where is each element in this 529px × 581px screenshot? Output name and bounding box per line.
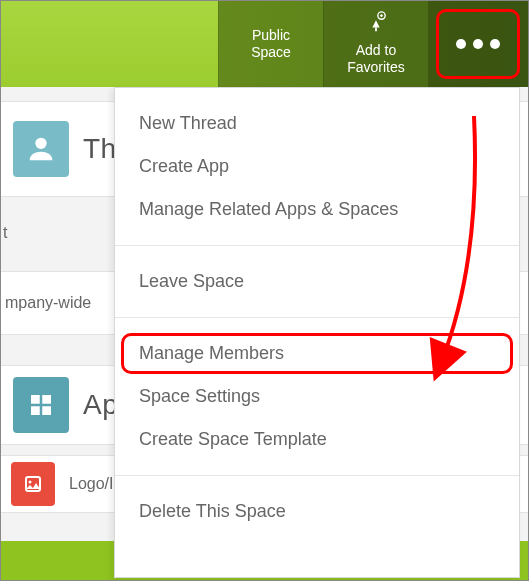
content-area: Thr t mpany-wide Ap Logo/Im New Thread C… bbox=[1, 87, 528, 580]
menu-group-manage: Manage Members Space Settings Create Spa… bbox=[115, 318, 519, 476]
menu-group-delete: Delete This Space bbox=[115, 476, 519, 547]
svg-rect-2 bbox=[31, 395, 40, 404]
menu-item-label: Manage Members bbox=[139, 343, 284, 363]
menu-item-space-settings[interactable]: Space Settings bbox=[115, 375, 519, 418]
apps-title: Ap bbox=[83, 389, 118, 421]
pin-plus-icon bbox=[365, 11, 387, 38]
thread-thumb-icon bbox=[13, 121, 69, 177]
menu-item-label: Space Settings bbox=[139, 386, 260, 406]
ellipsis-icon bbox=[456, 39, 500, 49]
menu-item-delete-space[interactable]: Delete This Space bbox=[115, 490, 519, 533]
menu-group-create: New Thread Create App Manage Related App… bbox=[115, 88, 519, 246]
add-favorites-label: Add to Favorites bbox=[347, 42, 405, 77]
more-options-button[interactable] bbox=[428, 1, 528, 87]
menu-item-label: Create Space Template bbox=[139, 429, 327, 449]
svg-rect-5 bbox=[42, 406, 51, 415]
menu-item-manage-related[interactable]: Manage Related Apps & Spaces bbox=[115, 188, 519, 231]
menu-item-label: Create App bbox=[139, 156, 229, 176]
menu-item-label: Manage Related Apps & Spaces bbox=[139, 199, 398, 219]
svg-point-7 bbox=[29, 481, 32, 484]
svg-point-1 bbox=[35, 138, 46, 149]
menu-item-manage-members[interactable]: Manage Members bbox=[115, 332, 519, 375]
menu-item-label: New Thread bbox=[139, 113, 237, 133]
add-favorites-button[interactable]: Add to Favorites bbox=[323, 1, 428, 87]
menu-item-label: Leave Space bbox=[139, 271, 244, 291]
topbar-spacer bbox=[1, 1, 218, 87]
logo-thumb-icon bbox=[11, 462, 55, 506]
menu-item-new-thread[interactable]: New Thread bbox=[115, 102, 519, 145]
menu-item-leave-space[interactable]: Leave Space bbox=[115, 260, 519, 303]
menu-item-label: Delete This Space bbox=[139, 501, 286, 521]
space-options-menu: New Thread Create App Manage Related App… bbox=[114, 87, 520, 578]
public-space-label: Public Space bbox=[251, 27, 291, 62]
public-space-button[interactable]: Public Space bbox=[218, 1, 323, 87]
svg-rect-4 bbox=[31, 406, 40, 415]
company-wide-label: mpany-wide bbox=[5, 294, 91, 312]
menu-group-leave: Leave Space bbox=[115, 246, 519, 318]
row-label-text: t bbox=[3, 224, 7, 242]
menu-item-create-app[interactable]: Create App bbox=[115, 145, 519, 188]
top-bar: Public Space Add to Favorites bbox=[1, 1, 528, 87]
svg-rect-3 bbox=[42, 395, 51, 404]
menu-item-create-template[interactable]: Create Space Template bbox=[115, 418, 519, 461]
apps-thumb-icon bbox=[13, 377, 69, 433]
